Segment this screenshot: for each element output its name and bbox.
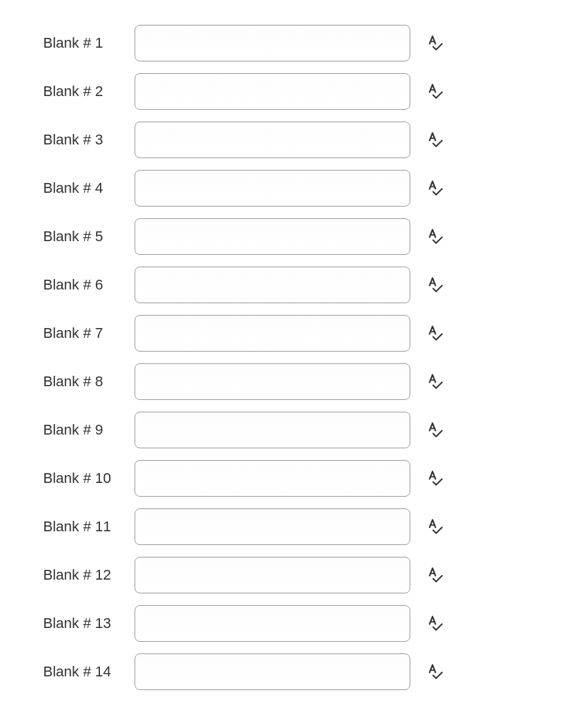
blank-row: Blank # 2 [43,73,588,110]
blank-input-6[interactable] [135,267,410,303]
blank-input-3[interactable] [135,122,410,158]
spellcheck-icon [427,229,443,244]
spellcheck-button[interactable] [426,663,444,681]
spellcheck-icon [427,277,443,293]
blank-row: Blank # 11 [43,508,588,545]
blank-input-13[interactable] [135,605,410,642]
spellcheck-icon [427,422,443,438]
spellcheck-button[interactable] [426,421,444,439]
blank-form: Blank # 1 Blank # 2 Blank # 3 Blank # 4 … [43,25,588,702]
blank-input-8[interactable] [135,363,410,400]
spellcheck-button[interactable] [426,469,444,488]
spellcheck-button[interactable] [426,131,444,149]
spellcheck-button[interactable] [426,34,444,52]
blank-label: Blank # 10 [43,470,135,487]
spellcheck-icon [427,471,443,486]
blank-row: Blank # 3 [43,122,588,158]
blank-row: Blank # 1 [43,25,588,61]
blank-input-11[interactable] [135,508,410,545]
blank-row: Blank # 14 [43,653,588,690]
blank-label: Blank # 2 [43,83,135,100]
spellcheck-button[interactable] [426,566,444,584]
spellcheck-icon [427,35,443,51]
spellcheck-icon [427,519,443,535]
spellcheck-icon [427,616,443,631]
spellcheck-button[interactable] [426,82,444,101]
blank-row: Blank # 6 [43,267,588,303]
blank-row: Blank # 12 [43,557,588,593]
blank-input-12[interactable] [135,557,410,593]
blank-label: Blank # 1 [43,35,135,52]
blank-label: Blank # 9 [43,422,135,438]
blank-label: Blank # 14 [43,663,135,680]
spellcheck-icon [427,132,443,148]
blank-label: Blank # 5 [43,228,135,245]
spellcheck-button[interactable] [426,324,444,342]
blank-label: Blank # 11 [43,518,135,535]
blank-row: Blank # 9 [43,412,588,448]
spellcheck-button[interactable] [426,372,444,391]
blank-input-14[interactable] [135,653,410,690]
blank-row: Blank # 7 [43,315,588,352]
spellcheck-button[interactable] [426,227,444,246]
blank-label: Blank # 6 [43,276,135,293]
blank-row: Blank # 8 [43,363,588,400]
blank-row: Blank # 4 [43,170,588,207]
spellcheck-button[interactable] [426,614,444,633]
blank-input-2[interactable] [135,73,410,110]
blank-row: Blank # 13 [43,605,588,642]
spellcheck-icon [427,374,443,389]
blank-input-4[interactable] [135,170,410,207]
blank-label: Blank # 7 [43,325,135,342]
spellcheck-icon [427,84,443,99]
blank-input-10[interactable] [135,460,410,497]
blank-row: Blank # 10 [43,460,588,497]
blank-label: Blank # 4 [43,180,135,197]
blank-row: Blank # 5 [43,218,588,255]
spellcheck-button[interactable] [426,179,444,197]
spellcheck-icon [427,664,443,680]
blank-label: Blank # 8 [43,373,135,390]
spellcheck-icon [427,180,443,196]
blank-input-9[interactable] [135,412,410,448]
blank-label: Blank # 3 [43,131,135,148]
spellcheck-icon [427,567,443,583]
spellcheck-icon [427,325,443,341]
spellcheck-button[interactable] [426,276,444,294]
blank-input-7[interactable] [135,315,410,352]
blank-label: Blank # 12 [43,567,135,584]
blank-input-1[interactable] [135,25,410,61]
blank-input-5[interactable] [135,218,410,255]
spellcheck-button[interactable] [426,518,444,536]
blank-label: Blank # 13 [43,615,135,632]
